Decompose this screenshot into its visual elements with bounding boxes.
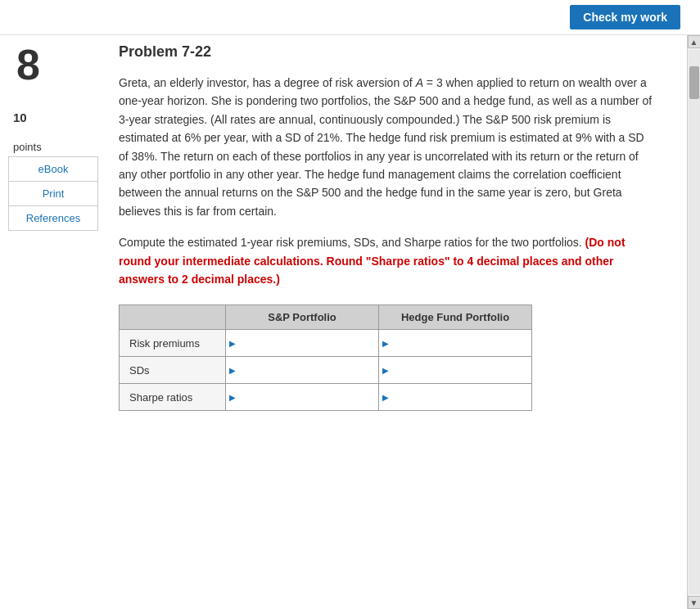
scroll-track[interactable] bbox=[689, 50, 700, 594]
instruction-text: Compute the estimated 1-year risk premiu… bbox=[119, 233, 654, 288]
check-my-work-button[interactable]: Check my work bbox=[570, 5, 680, 29]
scroll-down-arrow[interactable]: ▼ bbox=[688, 596, 701, 609]
risk-premiums-hf-input[interactable] bbox=[379, 330, 531, 356]
results-table: S&P Portfolio Hedge Fund Portfolio Risk … bbox=[119, 304, 532, 411]
sds-sp-cell[interactable] bbox=[226, 357, 379, 384]
sharpe-hf-cell[interactable] bbox=[379, 384, 532, 411]
sidebar-links: eBook Print References bbox=[8, 156, 98, 231]
sds-sp-input[interactable] bbox=[226, 357, 378, 383]
row-label-sharpe: Sharpe ratios bbox=[120, 384, 226, 411]
sharpe-sp-cell[interactable] bbox=[226, 384, 379, 411]
sharpe-sp-input[interactable] bbox=[226, 384, 378, 410]
table-row: Risk premiums bbox=[120, 330, 532, 357]
scroll-thumb[interactable] bbox=[689, 66, 699, 99]
problem-body-text: Greta, an elderly investor, has a degree… bbox=[119, 74, 654, 220]
sds-hf-input[interactable] bbox=[379, 357, 531, 383]
problem-number: 8 bbox=[16, 43, 40, 86]
table-header-sp: S&P Portfolio bbox=[226, 305, 379, 330]
table-header-hf: Hedge Fund Portfolio bbox=[379, 305, 532, 330]
table-row: Sharpe ratios bbox=[120, 384, 532, 411]
table-row: SDs bbox=[120, 357, 532, 384]
sds-hf-cell[interactable] bbox=[379, 357, 532, 384]
row-label-sds: SDs bbox=[120, 357, 226, 384]
sharpe-hf-input[interactable] bbox=[379, 384, 531, 410]
row-label-risk-premiums: Risk premiums bbox=[120, 330, 226, 357]
points-label: points bbox=[13, 141, 42, 153]
risk-premiums-sp-cell[interactable] bbox=[226, 330, 379, 357]
table-header-empty bbox=[120, 305, 226, 330]
scroll-up-arrow[interactable]: ▲ bbox=[688, 35, 701, 48]
problem-title: Problem 7-22 bbox=[119, 43, 654, 61]
sidebar-item-print[interactable]: Print bbox=[9, 182, 97, 206]
points-value: 10 bbox=[13, 111, 27, 124]
sidebar-item-ebook[interactable]: eBook bbox=[9, 157, 97, 182]
instruction-plain: Compute the estimated 1-year risk premiu… bbox=[119, 236, 585, 249]
sidebar-item-references[interactable]: References bbox=[9, 206, 97, 230]
right-panel: Problem 7-22 Greta, an elderly investor,… bbox=[106, 35, 687, 609]
risk-premiums-sp-input[interactable] bbox=[226, 330, 378, 356]
scrollbar[interactable]: ▲ ▼ bbox=[687, 35, 700, 609]
risk-premiums-hf-cell[interactable] bbox=[379, 330, 532, 357]
